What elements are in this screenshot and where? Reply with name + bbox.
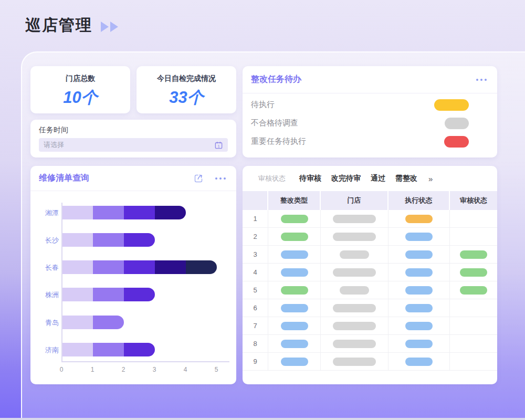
row-number-cell: 4 [243, 264, 268, 281]
stat-card-self-check: 今日自检完成情况 33个 [136, 66, 236, 113]
date-select-input[interactable]: 请选择 1 [39, 138, 228, 152]
status-pill [460, 286, 487, 295]
bar-segment [93, 233, 124, 247]
status-pill [405, 358, 433, 366]
status-pill [281, 340, 308, 348]
column-header: 执行状态 [388, 191, 450, 210]
todo-list: 待执行不合格待调查重要任务待执行 [243, 93, 497, 151]
rectify-type-cell [268, 299, 321, 317]
exec-status-cell [388, 299, 450, 317]
status-pill [333, 304, 376, 312]
status-pill [333, 215, 376, 223]
status-pill [281, 304, 308, 312]
status-pill [281, 322, 308, 330]
date-placeholder: 请选择 [44, 140, 64, 150]
review-status-cell [450, 353, 497, 371]
exec-status-cell [388, 335, 450, 353]
bar-segment [124, 206, 155, 219]
todo-item-label: 重要任务待执行 [251, 136, 306, 146]
todo-card-header: 整改任务待办 [243, 66, 497, 93]
share-icon[interactable] [193, 173, 204, 184]
chart-category-label: 株洲 [39, 290, 59, 300]
todo-status-pill [434, 99, 469, 111]
rectify-type-cell [268, 210, 321, 228]
x-axis-tick: 4 [179, 366, 192, 373]
todo-item[interactable]: 不合格待调查 [243, 114, 497, 132]
x-axis-tick: 2 [117, 366, 130, 373]
row-number-cell: 8 [243, 335, 268, 353]
more-tabs-icon[interactable]: » [428, 174, 433, 183]
column-header [243, 191, 268, 210]
row-number: 5 [253, 286, 257, 294]
filter-label: 审核状态 [258, 174, 286, 183]
repair-chart-card: 维修清单查询 湘潭长沙长春株洲青岛济南012345 [30, 166, 236, 384]
row-number-cell: 6 [243, 299, 268, 317]
bar-segment [124, 233, 155, 247]
chart-category-label: 长春 [39, 263, 59, 272]
todo-status-pill [445, 118, 469, 129]
chart-category-label: 青岛 [39, 318, 59, 328]
review-table-card: 审核状态 待审核改完待审通过需整改» 整改类型门店执行状态审核状态1234567… [243, 166, 497, 384]
x-axis-tick: 3 [148, 366, 161, 373]
stat-value: 33个 [136, 87, 236, 109]
todo-item[interactable]: 重要任务待执行 [243, 132, 497, 151]
row-number: 9 [253, 358, 257, 365]
page-header: 巡店管理 [25, 15, 120, 36]
repair-card-header: 维修清单查询 [30, 166, 236, 191]
store-cell [321, 264, 388, 281]
tab-3[interactable]: 通过 [371, 174, 385, 183]
row-number-cell: 1 [243, 210, 268, 228]
stat-value: 10个 [30, 87, 130, 109]
ellipsis-icon[interactable] [476, 77, 487, 83]
tab-1[interactable]: 待审核 [299, 174, 321, 183]
bar-segment [93, 316, 124, 329]
todo-card-title: 整改任务待办 [251, 74, 301, 85]
column-header: 门店 [321, 191, 388, 210]
status-pill [405, 286, 433, 295]
store-cell [321, 299, 388, 317]
review-status-cell [450, 210, 497, 228]
rectify-type-cell [268, 317, 321, 335]
store-cell [321, 281, 388, 299]
status-pill [340, 250, 369, 259]
chart-category-label: 长沙 [39, 236, 59, 245]
rectify-type-cell [268, 264, 321, 281]
ellipsis-icon[interactable] [215, 175, 226, 182]
rectify-type-cell [268, 246, 321, 264]
double-play-icon [101, 22, 120, 32]
chart-bar-济南 [62, 343, 155, 356]
calendar-icon[interactable]: 1 [214, 141, 223, 150]
review-status-cell [450, 246, 497, 264]
exec-status-cell [388, 228, 450, 246]
store-cell [321, 335, 388, 353]
row-number-cell: 5 [243, 281, 268, 299]
row-number: 7 [253, 322, 257, 330]
rectify-type-cell [268, 281, 321, 299]
status-pill [405, 304, 433, 312]
status-pill [405, 233, 433, 241]
todo-item[interactable]: 待执行 [243, 96, 497, 114]
task-time-card: 任务时间 请选择 1 [30, 120, 236, 158]
rectify-type-cell [268, 228, 321, 246]
status-pill [405, 250, 433, 259]
chart-bar-长沙 [62, 233, 155, 247]
bar-segment [62, 316, 93, 329]
todo-card: 整改任务待办 待执行不合格待调查重要任务待执行 [243, 66, 497, 158]
column-header: 审核状态 [450, 191, 497, 210]
status-pill [281, 233, 308, 241]
status-pill [340, 286, 369, 295]
status-pill [405, 322, 433, 330]
x-axis-tick: 0 [55, 366, 68, 373]
row-number-cell: 9 [243, 353, 268, 371]
tab-4[interactable]: 需整改 [395, 174, 417, 183]
todo-status-pill [444, 136, 469, 148]
status-pill [405, 340, 433, 348]
bar-segment [62, 233, 93, 247]
exec-status-cell [388, 317, 450, 335]
status-pill [333, 233, 376, 241]
chart-category-label: 湘潭 [39, 208, 59, 218]
exec-status-cell [388, 246, 450, 264]
bar-segment [93, 206, 124, 219]
exec-status-cell [388, 281, 450, 299]
tab-2[interactable]: 改完待审 [331, 174, 361, 183]
